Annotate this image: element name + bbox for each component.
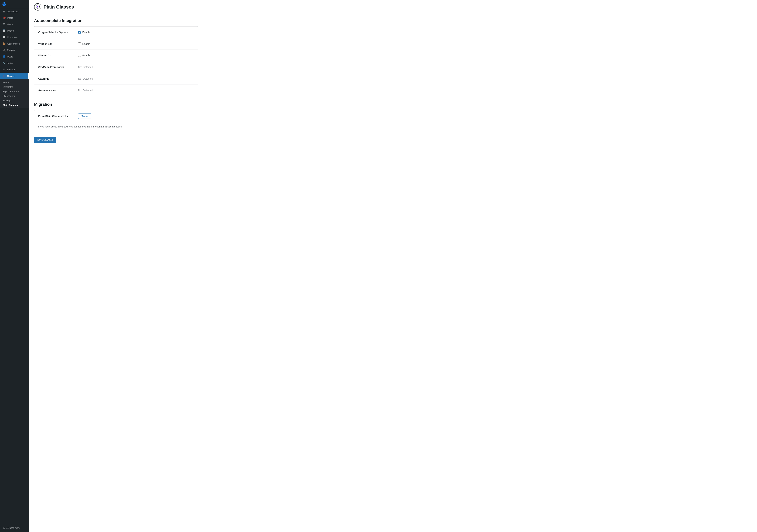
sidebar-item-label: Oxygen <box>7 74 15 78</box>
winden-1x-checkbox-label: Enable <box>82 43 90 45</box>
appearance-icon: 🎨 <box>3 42 6 46</box>
oxymade-status: Not Detected <box>78 66 93 69</box>
winden-2x-checkbox[interactable] <box>78 54 81 57</box>
migration-section-title: Migration <box>34 102 198 107</box>
users-icon: 👤 <box>3 55 6 59</box>
submenu-item-templates[interactable]: Templates <box>0 85 29 89</box>
posts-icon: 📌 <box>3 16 6 20</box>
oxyninja-row: OxyNinja Not Detected <box>34 73 198 84</box>
collapse-icon: ◎ <box>3 526 5 529</box>
page-content-area: Autocomplete Integration Oxygen Selector… <box>29 13 203 150</box>
winden-1x-label: Winden 1.x <box>38 43 78 45</box>
sidebar-item-settings[interactable]: ⚙ Settings <box>0 66 29 73</box>
oxygen-submenu: Home Templates Export & Import Styleshee… <box>0 79 29 108</box>
sidebar-item-label: Tools <box>7 61 13 65</box>
pages-icon: 📄 <box>3 29 6 33</box>
winden-1x-checkbox[interactable] <box>78 43 81 45</box>
migration-note: If you had classes in old text, you can … <box>34 122 198 131</box>
active-indicator <box>28 73 29 79</box>
autocomplete-settings-box: Oxygen Selector System Enable Winden 1.x… <box>34 26 198 96</box>
submenu-item-plain-classes[interactable]: Plain Classes <box>0 103 29 107</box>
comments-icon: 💬 <box>3 36 6 39</box>
plugin-logo <box>34 3 41 11</box>
sidebar-item-label: Media <box>7 23 13 26</box>
sidebar-item-label: Plugins <box>7 48 15 52</box>
sidebar-item-posts[interactable]: 📌 Posts <box>0 15 29 21</box>
winden-2x-row: Winden 2.x Enable <box>34 50 198 61</box>
oxygen-selector-row: Oxygen Selector System Enable <box>34 26 198 38</box>
settings-icon: ⚙ <box>3 68 6 72</box>
submenu-item-settings[interactable]: Settings <box>0 98 29 103</box>
migration-settings-box: From Plain Classes 1.1.x Migrate If you … <box>34 110 198 131</box>
tools-icon: 🔧 <box>3 61 6 65</box>
oxygen-selector-control[interactable]: Enable <box>78 31 90 34</box>
plugins-icon: 🔌 <box>3 48 6 52</box>
sidebar-item-label: Posts <box>7 16 13 19</box>
sidebar-item-label: Users <box>7 55 13 58</box>
migrate-button[interactable]: Migrate <box>78 113 91 119</box>
sidebar: 🌀 ⊞ Dashboard 📌 Posts 🖼 Media 📄 Pages 💬 … <box>0 0 29 532</box>
winden-2x-checkbox-label: Enable <box>82 54 90 57</box>
submenu-item-home[interactable]: Home <box>0 80 29 85</box>
dashboard-icon: ⊞ <box>3 10 6 14</box>
automatic-css-label: Automatic.css <box>38 89 78 92</box>
migration-row: From Plain Classes 1.1.x Migrate <box>34 110 198 122</box>
oxygen-icon: ⭕ <box>3 74 6 78</box>
winden-1x-control[interactable]: Enable <box>78 43 90 45</box>
sidebar-item-label: Dashboard <box>7 10 18 13</box>
sidebar-item-pages[interactable]: 📄 Pages <box>0 28 29 34</box>
oxygen-selector-checkbox[interactable] <box>78 31 81 34</box>
sidebar-item-label: Appearance <box>7 42 20 45</box>
sidebar-item-dashboard[interactable]: ⊞ Dashboard <box>0 8 29 15</box>
oxyninja-status: Not Detected <box>78 77 93 80</box>
autocomplete-section-title: Autocomplete Integration <box>34 18 198 23</box>
submenu-item-stylesheets[interactable]: Stylesheets <box>0 94 29 98</box>
submenu-item-export-import[interactable]: Export & Import <box>0 89 29 94</box>
sidebar-item-label: Pages <box>7 29 14 32</box>
migration-from-label: From Plain Classes 1.1.x <box>38 115 78 118</box>
media-icon: 🖼 <box>3 23 6 26</box>
oxygen-selector-label: Oxygen Selector System <box>38 31 78 34</box>
wp-logo-icon: 🌀 <box>2 2 6 6</box>
page-title: Plain Classes <box>44 4 74 10</box>
oxymade-row: OxyMade Framework Not Detected <box>34 61 198 73</box>
oxyninja-label: OxyNinja <box>38 77 78 80</box>
oxygen-selector-checkbox-label: Enable <box>82 31 90 34</box>
main-content: Plain Classes Autocomplete Integration O… <box>29 0 757 532</box>
winden-2x-control[interactable]: Enable <box>78 54 90 57</box>
sidebar-item-oxygen[interactable]: ⭕ Oxygen <box>0 73 29 79</box>
svg-marker-1 <box>37 5 39 8</box>
save-changes-button[interactable]: Save Changes <box>34 137 56 143</box>
sidebar-item-label: Settings <box>7 68 15 71</box>
collapse-menu-button[interactable]: ◎ Collapse menu <box>0 525 29 532</box>
page-header: Plain Classes <box>29 0 757 13</box>
sidebar-item-plugins[interactable]: 🔌 Plugins <box>0 47 29 54</box>
sidebar-item-appearance[interactable]: 🎨 Appearance <box>0 41 29 47</box>
automatic-css-status: Not Detected <box>78 89 93 92</box>
lightning-icon <box>36 5 40 10</box>
sidebar-brand: 🌀 <box>0 0 29 8</box>
sidebar-item-label: Comments <box>7 36 18 39</box>
sidebar-item-comments[interactable]: 💬 Comments <box>0 34 29 41</box>
winden-1x-row: Winden 1.x Enable <box>34 38 198 50</box>
winden-2x-label: Winden 2.x <box>38 54 78 57</box>
sidebar-item-media[interactable]: 🖼 Media <box>0 21 29 28</box>
oxymade-label: OxyMade Framework <box>38 66 78 69</box>
sidebar-item-users[interactable]: 👤 Users <box>0 53 29 60</box>
automatic-css-row: Automatic.css Not Detected <box>34 84 198 96</box>
sidebar-item-tools[interactable]: 🔧 Tools <box>0 60 29 67</box>
